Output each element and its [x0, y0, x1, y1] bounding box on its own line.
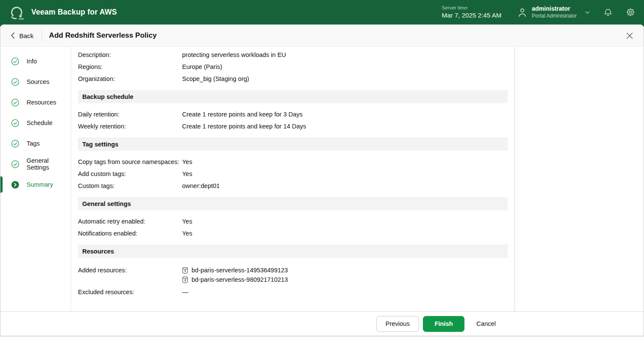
- step-general-settings[interactable]: General Settings: [0, 154, 71, 174]
- content-right-gutter: [515, 47, 644, 311]
- row-value: Create 1 restore points and keep for 14 …: [182, 123, 306, 130]
- row-value: owner:dept01: [182, 182, 220, 189]
- row-value: Yes: [182, 218, 192, 225]
- summary-content: Description: protecting serverless workl…: [71, 47, 515, 311]
- step-label: Schedule: [27, 119, 52, 126]
- row-label: Custom tags:: [78, 182, 182, 189]
- row-value: protecting serverless workloads in EU: [182, 51, 286, 58]
- summary-row-add-custom-tags: Add custom tags: Yes: [78, 168, 508, 180]
- summary-row-daily-retention: Daily retention: Create 1 restore points…: [78, 108, 508, 120]
- settings-button[interactable]: [626, 7, 635, 17]
- summary-row-custom-tags: Custom tags: owner:dept01: [78, 180, 508, 192]
- wizard-footer: Previous Finish Cancel: [0, 311, 644, 336]
- row-label: Automatic retry enabled:: [78, 218, 182, 225]
- step-label: Resources: [27, 99, 56, 106]
- toolbar-divider: [42, 30, 42, 42]
- row-label: Regions:: [78, 63, 182, 70]
- close-button[interactable]: [623, 30, 636, 42]
- check-circle-icon: [11, 160, 19, 168]
- step-info[interactable]: Info: [0, 51, 71, 72]
- check-circle-icon: [11, 78, 19, 86]
- check-circle-icon: [11, 140, 19, 148]
- brand: AWS Veeam Backup for AWS: [9, 5, 117, 20]
- row-value: —: [182, 289, 189, 295]
- check-circle-icon: [11, 119, 19, 127]
- svg-text:AWS: AWS: [18, 18, 24, 20]
- step-label: Summary: [27, 181, 53, 188]
- row-label: Added resources:: [78, 263, 182, 275]
- chevron-down-icon: [584, 9, 590, 15]
- back-label: Back: [19, 32, 33, 39]
- step-label: General Settings: [27, 157, 71, 171]
- section-header-resources: Resources: [78, 245, 508, 258]
- wizard-steps: Info Sources Resources Schedule Tags Gen…: [0, 47, 71, 311]
- row-label: Organization:: [78, 75, 182, 82]
- summary-row-weekly-retention: Weekly retention: Create 1 restore point…: [78, 120, 508, 132]
- row-label: Copy tags from source namespaces:: [78, 158, 182, 165]
- app-header: AWS Veeam Backup for AWS Server time: Ma…: [0, 0, 644, 27]
- user-name: administrator: [532, 5, 577, 13]
- bell-icon: [603, 8, 613, 17]
- section-header-general-settings: General settings: [78, 197, 508, 210]
- summary-row-automatic-retry: Automatic retry enabled: Yes: [78, 215, 508, 227]
- section-header-backup-schedule: Backup schedule: [78, 90, 508, 103]
- veeam-aws-logo-icon: AWS: [9, 5, 25, 20]
- step-tags[interactable]: Tags: [0, 133, 71, 154]
- cancel-button[interactable]: Cancel: [473, 316, 499, 332]
- finish-button[interactable]: Finish: [423, 316, 464, 332]
- user-role: Portal Administrator: [532, 13, 577, 19]
- resource-name: bd-paris-serverless-980921710213: [192, 276, 288, 283]
- step-label: Tags: [27, 140, 40, 147]
- summary-row-added-resources: Added resources: bd-paris-serverless-149…: [78, 263, 508, 284]
- redshift-serverless-icon: [182, 267, 188, 274]
- resource-item: bd-paris-serverless-980921710213: [182, 275, 288, 284]
- row-label: Weekly retention:: [78, 123, 182, 130]
- row-value: Europe (Paris): [182, 63, 222, 70]
- wizard-panel: Back Add Redshift Serverless Policy Info…: [0, 24, 644, 336]
- step-label: Info: [27, 58, 37, 65]
- summary-row-organization: Organization: Scope_big (Staging org): [78, 73, 508, 85]
- row-label: Add custom tags:: [78, 170, 182, 177]
- check-circle-icon: [11, 98, 19, 107]
- section-header-tag-settings: Tag settings: [78, 137, 508, 151]
- wizard-toolbar: Back Add Redshift Serverless Policy: [0, 25, 644, 47]
- step-resources[interactable]: Resources: [0, 92, 71, 113]
- server-time-label: Server time:: [442, 5, 501, 11]
- row-value: Yes: [182, 170, 192, 177]
- row-value: Yes: [182, 230, 192, 237]
- redshift-serverless-icon: [182, 276, 188, 283]
- row-label: Notifications enabled:: [78, 230, 182, 237]
- step-sources[interactable]: Sources: [0, 72, 71, 92]
- resource-item: bd-paris-serverless-149536499123: [182, 265, 288, 275]
- row-value: Create 1 restore points and keep for 3 D…: [182, 111, 303, 118]
- row-label: Excluded resources:: [78, 289, 182, 295]
- app-title: Veeam Backup for AWS: [31, 8, 117, 17]
- server-time: Server time: Mar 7, 2025 2:45 AM: [442, 5, 501, 19]
- row-value: Scope_big (Staging org): [182, 75, 249, 82]
- previous-button[interactable]: Previous: [376, 316, 419, 332]
- gear-icon: [626, 7, 635, 17]
- back-button[interactable]: Back: [8, 30, 36, 41]
- summary-row-excluded-resources: Excluded resources: —: [78, 286, 508, 298]
- user-menu[interactable]: administrator Portal Administrator: [517, 5, 590, 19]
- summary-row-notifications: Notifications enabled: Yes: [78, 227, 508, 239]
- resource-name: bd-paris-serverless-149536499123: [192, 267, 288, 274]
- row-value: Yes: [182, 158, 192, 165]
- row-label: Daily retention:: [78, 111, 182, 118]
- wizard-title: Add Redshift Serverless Policy: [49, 31, 156, 40]
- chevron-left-icon: [11, 32, 15, 39]
- server-time-value: Mar 7, 2025 2:45 AM: [442, 11, 501, 20]
- user-icon: [517, 7, 528, 18]
- row-label: Description:: [78, 51, 182, 58]
- step-summary[interactable]: Summary: [0, 174, 71, 195]
- summary-row-description: Description: protecting serverless workl…: [78, 49, 508, 61]
- summary-row-copy-tags: Copy tags from source namespaces: Yes: [78, 156, 508, 168]
- close-icon: [626, 32, 633, 39]
- notifications-button[interactable]: [603, 8, 613, 17]
- step-label: Sources: [27, 78, 49, 85]
- check-circle-icon: [11, 57, 19, 66]
- step-schedule[interactable]: Schedule: [0, 113, 71, 133]
- summary-row-regions: Regions: Europe (Paris): [78, 61, 508, 73]
- arrow-circle-icon: [11, 181, 19, 189]
